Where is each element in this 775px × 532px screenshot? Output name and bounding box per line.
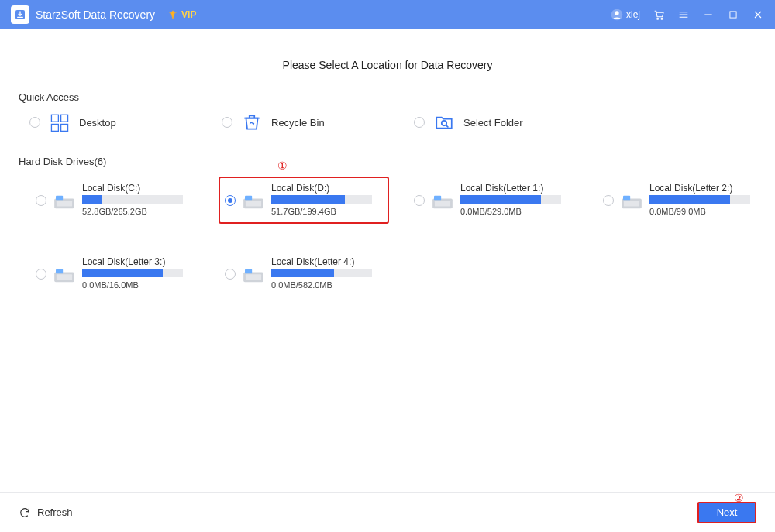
close-icon[interactable] (752, 9, 764, 21)
radio-icon[interactable] (414, 117, 425, 128)
drive-usage-bar (82, 195, 183, 204)
drive-usage-bar (271, 269, 372, 277)
drive-name: Local Disk(Letter 4:) (271, 256, 381, 267)
ssd-icon (53, 194, 76, 212)
svg-rect-13 (56, 196, 63, 201)
titlebar: StarzSoft Data Recovery VIP xiej (0, 0, 775, 29)
ssd-icon (53, 267, 76, 286)
user-name: xiej (626, 9, 640, 20)
footer: Refresh ② Next (0, 492, 775, 532)
app-logo-icon (11, 5, 29, 24)
app-title: StarzSoft Data Recovery (36, 9, 155, 21)
user-chip[interactable]: xiej (611, 9, 640, 21)
quick-item-recycle-bin[interactable]: Recycle Bin (222, 112, 377, 132)
desktop-icon (48, 112, 71, 132)
drive-item[interactable]: Local Disk(Letter 3:)0.0MB/16.0MB (29, 250, 200, 297)
svg-rect-8 (51, 124, 58, 131)
menu-icon[interactable] (677, 9, 690, 21)
annotation-step-2: ② (734, 492, 744, 504)
drives-grid: Local Disk(C:)52.8GB/265.2GBLocal Disk(D… (19, 177, 756, 297)
drive-usage-text: 0.0MB/529.0MB (460, 207, 570, 216)
svg-rect-5 (730, 12, 736, 18)
radio-icon[interactable] (225, 195, 236, 206)
radio-icon[interactable] (225, 269, 236, 280)
drive-item[interactable]: Local Disk(Letter 2:)0.0MB/99.0MB (597, 177, 767, 224)
svg-rect-7 (61, 115, 68, 122)
vip-label: VIP (181, 9, 196, 20)
drive-item[interactable]: Local Disk(Letter 1:)0.0MB/529.0MB (408, 177, 578, 224)
drive-usage-text: 52.8GB/265.2GB (82, 207, 192, 216)
next-label: Next (717, 506, 738, 518)
quick-access-label: Quick Access (19, 91, 756, 103)
drives-label: Hard Disk Drives(6) (19, 156, 756, 167)
svg-point-4 (661, 18, 663, 19)
drive-name: Local Disk(C:) (82, 183, 192, 194)
svg-rect-27 (246, 274, 261, 280)
svg-rect-22 (623, 196, 630, 201)
radio-icon[interactable] (414, 195, 425, 206)
ssd-icon (242, 267, 265, 286)
svg-rect-16 (245, 196, 252, 201)
svg-rect-19 (434, 196, 441, 201)
ssd-icon (620, 194, 643, 212)
folder-search-icon (432, 112, 456, 132)
radio-icon[interactable] (222, 117, 232, 128)
next-button[interactable]: Next (698, 502, 756, 523)
svg-rect-6 (51, 115, 58, 122)
maximize-icon[interactable] (727, 9, 739, 21)
drive-usage-text: 0.0MB/99.0MB (649, 207, 760, 216)
drive-usage-text: 0.0MB/582.0MB (271, 280, 381, 290)
radio-icon[interactable] (603, 195, 614, 206)
drive-item[interactable]: Local Disk(C:)52.8GB/265.2GB (29, 177, 200, 224)
drive-usage-bar (82, 269, 183, 277)
svg-point-3 (657, 18, 659, 19)
refresh-label: Refresh (37, 506, 73, 518)
drive-name: Local Disk(D:) (271, 183, 381, 194)
drive-usage-bar (649, 195, 750, 204)
refresh-icon (19, 506, 31, 519)
refresh-button[interactable]: Refresh (19, 506, 73, 519)
drive-name: Local Disk(Letter 3:) (82, 256, 192, 267)
svg-rect-15 (246, 201, 261, 206)
drive-name: Local Disk(Letter 1:) (460, 183, 570, 194)
drive-name: Local Disk(Letter 2:) (649, 183, 760, 194)
ssd-icon (431, 194, 454, 212)
svg-rect-25 (56, 269, 63, 274)
quick-item-label: Select Folder (463, 117, 523, 129)
svg-rect-12 (57, 201, 72, 206)
quick-item-label: Desktop (79, 117, 116, 129)
vip-badge: VIP (167, 9, 196, 20)
radio-icon[interactable] (29, 117, 40, 128)
quick-item-label: Recycle Bin (271, 117, 325, 129)
annotation-step-1: ① (277, 160, 288, 172)
drive-item[interactable]: Local Disk(D:)51.7GB/199.4GB (219, 177, 389, 224)
svg-rect-28 (245, 269, 252, 274)
svg-rect-24 (57, 274, 72, 280)
drive-usage-bar (271, 195, 372, 204)
radio-icon[interactable] (36, 195, 46, 206)
page-title: Please Select A Location for Data Recove… (19, 29, 756, 91)
drive-item[interactable]: Local Disk(Letter 4:)0.0MB/582.0MB (219, 250, 389, 297)
bin-icon (240, 112, 264, 132)
svg-point-2 (615, 11, 618, 15)
drive-usage-text: 51.7GB/199.4GB (271, 207, 381, 216)
quick-access-row: Desktop Recycle Bin Select Folder (19, 112, 756, 132)
drive-usage-bar (460, 195, 561, 204)
svg-rect-9 (61, 124, 68, 131)
quick-item-desktop[interactable]: Desktop (29, 112, 184, 132)
svg-rect-18 (435, 201, 450, 206)
minimize-icon[interactable] (702, 9, 715, 21)
svg-point-10 (442, 121, 447, 126)
radio-icon[interactable] (36, 269, 46, 280)
quick-item-select-folder[interactable]: Select Folder (414, 112, 569, 132)
cart-icon[interactable] (653, 9, 665, 21)
drive-usage-text: 0.0MB/16.0MB (82, 280, 192, 290)
ssd-icon (242, 194, 265, 212)
svg-rect-21 (624, 201, 639, 206)
